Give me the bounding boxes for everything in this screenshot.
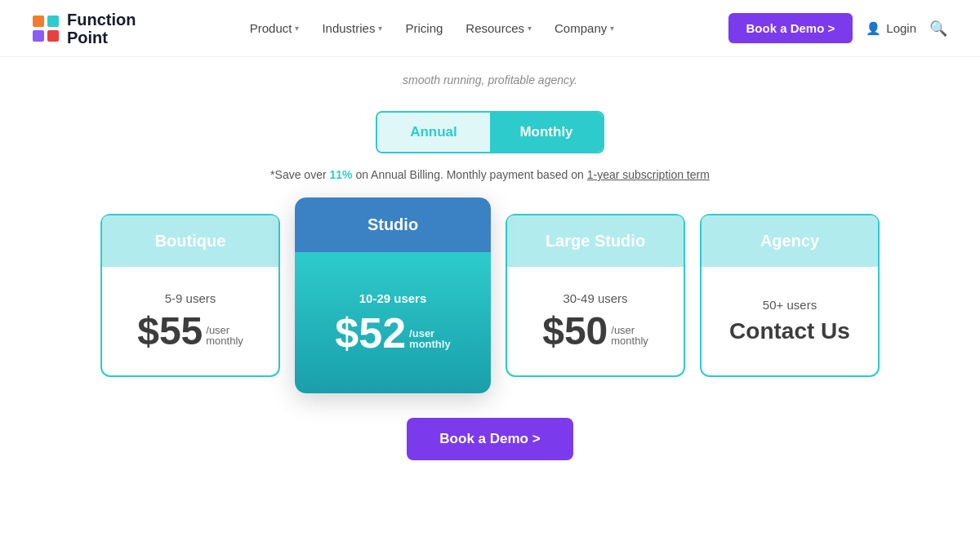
large-studio-suffix: /user monthly <box>611 325 648 351</box>
studio-header: Studio <box>295 197 491 252</box>
agency-body: 50+ users Contact Us <box>702 267 878 375</box>
logo-sq-purple <box>33 30 44 42</box>
agency-header: Agency <box>702 215 878 267</box>
nav-company[interactable]: Company ▾ <box>555 21 614 35</box>
chevron-down-icon: ▾ <box>295 24 299 33</box>
nav-resources[interactable]: Resources ▾ <box>466 21 532 35</box>
pricing-card-large-studio: Large Studio 30-49 users $50 /user month… <box>506 214 685 377</box>
boutique-title: Boutique <box>155 232 226 250</box>
studio-users: 10-29 users <box>359 291 427 305</box>
large-studio-price: $50 <box>542 312 608 351</box>
chevron-down-icon: ▾ <box>528 24 532 33</box>
nav-pricing[interactable]: Pricing <box>405 21 443 35</box>
large-studio-price-row: $50 /user monthly <box>542 312 648 351</box>
annual-toggle-button[interactable]: Annual <box>377 113 490 152</box>
studio-price-row: $52 /user monthly <box>335 312 450 354</box>
pricing-card-studio-wrapper: Studio 10-29 users $52 /user monthly <box>295 197 491 393</box>
studio-price: $52 <box>335 312 406 354</box>
navbar: Function Point Product ▾ Industries ▾ Pr… <box>0 0 980 57</box>
boutique-suffix: /user monthly <box>206 325 243 351</box>
large-studio-title: Large Studio <box>546 232 645 250</box>
logo-sq-teal <box>47 16 59 27</box>
main-content: smooth running, profitable agency. Annua… <box>41 57 939 509</box>
pricing-grid: Boutique 5-9 users $55 /user monthly Stu… <box>57 214 923 377</box>
studio-body: 10-29 users $52 /user monthly <box>295 252 491 393</box>
book-demo-main-button[interactable]: Book a Demo > <box>407 418 572 460</box>
chevron-down-icon: ▾ <box>378 24 382 33</box>
user-icon: 👤 <box>866 21 881 36</box>
pricing-card-studio: Studio 10-29 users $52 /user monthly <box>295 197 491 393</box>
studio-title: Studio <box>368 215 418 233</box>
logo-sq-red <box>47 30 59 42</box>
main-nav: Product ▾ Industries ▾ Pricing Resources… <box>250 21 615 35</box>
login-link[interactable]: 👤 Login <box>866 21 916 36</box>
chevron-down-icon: ▾ <box>610 24 614 33</box>
large-studio-header: Large Studio <box>507 215 684 267</box>
nav-industries[interactable]: Industries ▾ <box>322 21 382 35</box>
pricing-card-agency: Agency 50+ users Contact Us <box>700 214 880 377</box>
logo[interactable]: Function Point <box>33 11 136 47</box>
logo-icon <box>33 16 59 42</box>
search-icon: 🔍 <box>929 20 947 37</box>
search-button[interactable]: 🔍 <box>929 20 947 38</box>
logo-text: Function Point <box>67 11 136 47</box>
nav-product[interactable]: Product ▾ <box>250 21 300 35</box>
large-studio-body: 30-49 users $50 /user monthly <box>507 267 684 375</box>
monthly-toggle-button[interactable]: Monthly <box>490 113 603 152</box>
tagline: smooth running, profitable agency. <box>57 73 923 87</box>
save-percent: 11% <box>329 168 352 181</box>
agency-users: 50+ users <box>763 298 817 312</box>
toggle-container: Annual Monthly <box>376 111 604 153</box>
logo-sq-orange <box>33 16 44 27</box>
agency-contact-us: Contact Us <box>729 318 850 344</box>
book-demo-nav-button[interactable]: Book a Demo > <box>728 13 853 43</box>
navbar-actions: Book a Demo > 👤 Login 🔍 <box>728 13 947 43</box>
boutique-body: 5-9 users $55 /user monthly <box>102 267 278 375</box>
boutique-price: $55 <box>137 312 203 351</box>
boutique-price-row: $55 /user monthly <box>137 312 243 351</box>
studio-suffix: /user monthly <box>409 328 451 354</box>
billing-toggle: Annual Monthly <box>57 111 923 153</box>
pricing-card-boutique: Boutique 5-9 users $55 /user monthly <box>100 214 280 377</box>
book-demo-section: Book a Demo > <box>57 418 923 460</box>
boutique-users: 5-9 users <box>165 291 216 305</box>
large-studio-users: 30-49 users <box>563 291 627 305</box>
save-note: *Save over 11% on Annual Billing. Monthl… <box>57 168 923 181</box>
boutique-header: Boutique <box>102 215 278 267</box>
agency-title: Agency <box>760 232 819 250</box>
subscription-term: 1-year subscription term <box>587 168 710 181</box>
